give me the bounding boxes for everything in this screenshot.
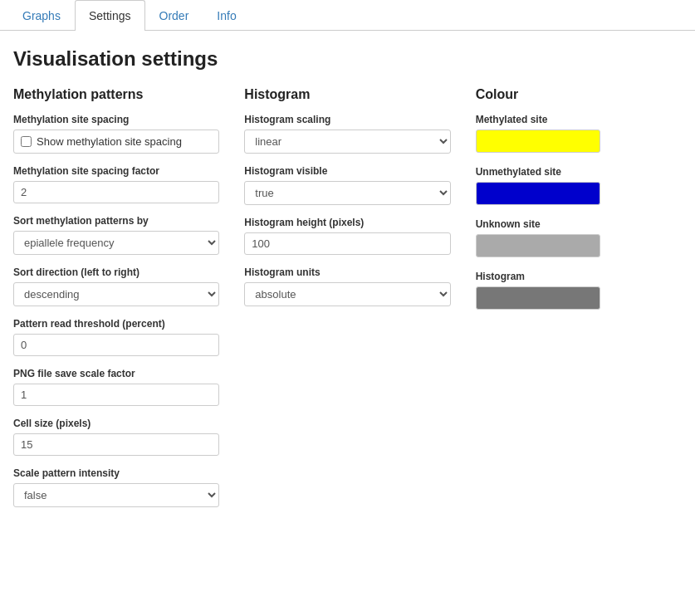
scale-intensity-select[interactable]: false true bbox=[13, 483, 219, 507]
histogram-visible-label: Histogram visible bbox=[244, 165, 450, 177]
spacing-checkbox[interactable] bbox=[21, 136, 32, 147]
spacing-checkbox-label: Show methylation site spacing bbox=[37, 135, 182, 148]
page-content: Visualisation settings Methylation patte… bbox=[0, 31, 695, 535]
tab-order[interactable]: Order bbox=[145, 0, 203, 31]
spacing-checkbox-row[interactable]: Show methylation site spacing bbox=[13, 130, 219, 154]
methylated-colour-label: Methylated site bbox=[476, 114, 682, 125]
png-scale-input[interactable] bbox=[13, 384, 219, 406]
cell-size-input[interactable] bbox=[13, 433, 219, 456]
sort-by-select[interactable]: epiallele frequency position name bbox=[13, 231, 219, 255]
sort-direction-label: Sort direction (left to right) bbox=[13, 266, 219, 278]
sort-by-group: Sort methylation patterns by epiallele f… bbox=[13, 215, 219, 255]
tab-graphs[interactable]: Graphs bbox=[8, 0, 75, 31]
tab-bar: Graphs Settings Order Info bbox=[0, 0, 695, 31]
scale-intensity-label: Scale pattern intensity bbox=[13, 467, 219, 479]
histogram-colour-swatch[interactable] bbox=[476, 286, 600, 310]
sort-by-label: Sort methylation patterns by bbox=[13, 215, 219, 227]
methylated-colour-item: Methylated site bbox=[476, 114, 682, 153]
sort-direction-select[interactable]: descending ascending bbox=[13, 282, 219, 306]
read-threshold-label: Pattern read threshold (percent) bbox=[13, 318, 219, 330]
read-threshold-input[interactable] bbox=[13, 334, 219, 356]
histogram-colour-item: Histogram bbox=[476, 271, 682, 310]
colour-column: Colour Methylated site Unmethylated site… bbox=[476, 87, 682, 323]
histogram-scaling-group: Histogram scaling linear log bbox=[244, 114, 450, 154]
spacing-field-group: Methylation site spacing Show methylatio… bbox=[13, 114, 219, 154]
tab-settings[interactable]: Settings bbox=[75, 0, 145, 31]
cell-size-label: Cell size (pixels) bbox=[13, 418, 219, 429]
spacing-factor-group: Methylation site spacing factor bbox=[13, 165, 219, 203]
colour-heading: Colour bbox=[476, 87, 682, 102]
spacing-factor-input[interactable] bbox=[13, 181, 219, 203]
unmethylated-colour-swatch[interactable] bbox=[476, 182, 600, 205]
histogram-heading: Histogram bbox=[244, 87, 450, 102]
sort-direction-group: Sort direction (left to right) descendin… bbox=[13, 266, 219, 306]
methylation-heading: Methylation patterns bbox=[13, 87, 219, 102]
page-title: Visualisation settings bbox=[13, 47, 682, 71]
cell-size-group: Cell size (pixels) bbox=[13, 418, 219, 456]
histogram-visible-select[interactable]: true false bbox=[244, 181, 450, 205]
histogram-units-label: Histogram units bbox=[244, 266, 450, 278]
methylation-column: Methylation patterns Methylation site sp… bbox=[13, 87, 219, 519]
histogram-colour-label: Histogram bbox=[476, 271, 682, 282]
histogram-column: Histogram Histogram scaling linear log H… bbox=[244, 87, 450, 318]
histogram-scaling-select[interactable]: linear log bbox=[244, 130, 450, 154]
histogram-height-group: Histogram height (pixels) bbox=[244, 217, 450, 255]
png-scale-group: PNG file save scale factor bbox=[13, 368, 219, 406]
unknown-colour-label: Unknown site bbox=[476, 218, 682, 230]
histogram-units-select[interactable]: absolute relative bbox=[244, 282, 450, 306]
tab-info[interactable]: Info bbox=[203, 0, 250, 31]
histogram-height-input[interactable] bbox=[244, 232, 450, 255]
settings-columns: Methylation patterns Methylation site sp… bbox=[13, 87, 682, 519]
spacing-label: Methylation site spacing bbox=[13, 114, 219, 125]
png-scale-label: PNG file save scale factor bbox=[13, 368, 219, 379]
unmethylated-colour-item: Unmethylated site bbox=[476, 166, 682, 205]
histogram-visible-group: Histogram visible true false bbox=[244, 165, 450, 205]
methylated-colour-swatch[interactable] bbox=[476, 130, 600, 153]
unknown-colour-item: Unknown site bbox=[476, 218, 682, 257]
unmethylated-colour-label: Unmethylated site bbox=[476, 166, 682, 178]
scale-intensity-group: Scale pattern intensity false true bbox=[13, 467, 219, 507]
unknown-colour-swatch[interactable] bbox=[476, 234, 600, 257]
histogram-height-label: Histogram height (pixels) bbox=[244, 217, 450, 228]
histogram-scaling-label: Histogram scaling bbox=[244, 114, 450, 125]
spacing-factor-label: Methylation site spacing factor bbox=[13, 165, 219, 177]
histogram-units-group: Histogram units absolute relative bbox=[244, 266, 450, 306]
read-threshold-group: Pattern read threshold (percent) bbox=[13, 318, 219, 356]
